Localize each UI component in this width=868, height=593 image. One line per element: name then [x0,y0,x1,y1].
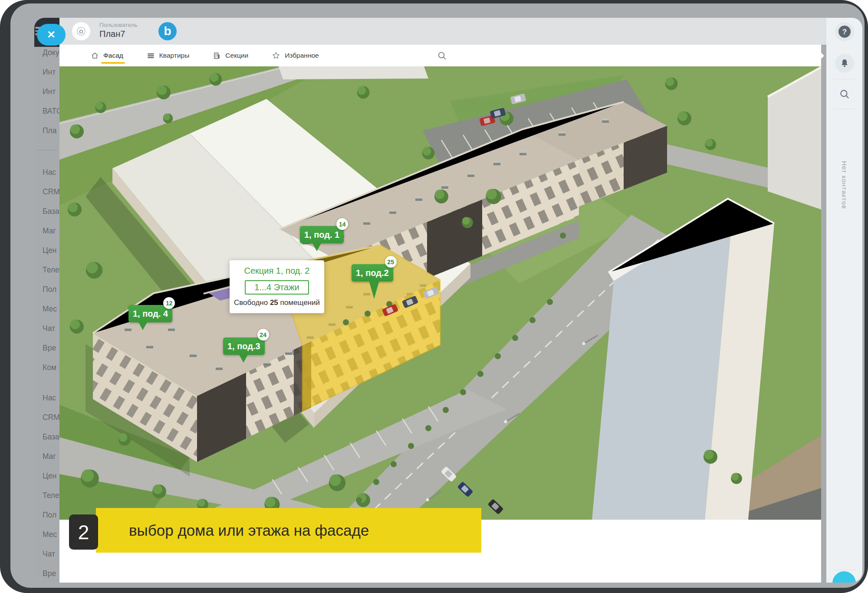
sidebar-item[interactable]: Пол [34,505,59,525]
pin-count-badge: 25 [385,256,397,268]
search-icon [437,51,447,61]
tab-fasad[interactable]: Фасад [91,45,123,66]
notifications-button[interactable] [835,54,854,73]
search-icon [839,88,850,100]
sidebar-item[interactable]: ВАТС [34,102,59,121]
list-icon [147,52,155,60]
step-number-badge: 2 [69,514,98,550]
sidebar-item[interactable]: Нас [34,163,59,182]
plan7-slider: Фасад Квартиры [59,45,821,583]
tab-label: Фасад [103,52,123,59]
sidebar-item[interactable]: Мес [34,299,59,319]
app-sidebar: ДокуИнтИнтВАТСПлаНасCRMБазаМагЦенТелеПол… [34,18,59,583]
close-slider-button[interactable]: ✕ [37,24,66,46]
tab-label: Секции [225,52,248,59]
entrance-pin-3[interactable]: 1, под.3 24 [223,337,265,355]
tab-izbrannoe[interactable]: Избранное [272,45,319,66]
app-screen: ДокуИнтИнтВАТСПлаНасCRMБазаМагЦенТелеПол… [34,18,862,583]
sidebar-item[interactable]: Инт [34,82,59,102]
sidebar-item[interactable]: Пла [34,121,59,141]
sidebar-item[interactable]: Чат [34,319,59,338]
sidebar-item[interactable]: Теле [34,486,59,505]
plan7-tabbar: Фасад Квартиры [59,45,821,66]
sidebar-item[interactable]: Вре [34,564,59,583]
section-tooltip: Секция 1, под. 2 1...4 Этажи Свободно 25… [230,260,324,313]
entrance-pin-4[interactable]: 1, под. 4 12 [128,305,172,322]
page-title: План7 [99,29,125,39]
sidebar-item[interactable]: Инт [34,62,59,82]
entrance-pin-2[interactable]: 1, под.2 25 [352,264,393,282]
sidebar-item[interactable]: Нас [34,388,59,408]
right-utility-panel: ? Нет контактов [826,18,862,583]
panel-divider [833,570,856,570]
tab-sekcii[interactable]: Секции [213,45,248,66]
sidebar-item[interactable]: Маг [34,221,59,241]
sidebar-item[interactable]: Вре [34,338,59,358]
tooltip-availability: Свободно 25 помещений [234,298,320,307]
sidebar-divider [37,150,57,151]
sidebar-item[interactable]: CRM [34,408,59,427]
sidebar-item[interactable]: Цен [34,466,59,486]
facade-3d-view[interactable]: Секция 1, под. 2 1...4 Этажи Свободно 25… [59,66,821,520]
map-search-button[interactable] [437,45,447,66]
sidebar-item[interactable]: База [34,202,59,221]
facade-icon [91,52,99,60]
sidebar-item[interactable]: Мес [34,525,59,544]
sidebar-item[interactable]: Маг [34,447,59,466]
close-icon: ✕ [47,29,56,41]
help-button[interactable]: ? [835,22,854,41]
slider-header: Пользователь План7 b [59,18,826,45]
chat-button[interactable] [832,571,856,583]
pin-count-badge: 14 [336,218,348,230]
caption-text: выбор дома или этажа на фасаде [129,522,369,539]
bell-icon [839,58,850,69]
app-sidebar-list: ДокуИнтИнтВАТСПлаНасCRMБазаМагЦенТелеПол… [34,18,59,583]
bitrix-logo-icon: b [158,22,177,40]
sidebar-item[interactable]: База [34,427,59,447]
sidebar-item[interactable]: Ком [34,358,59,377]
sidebar-item[interactable]: CRM [34,182,59,202]
sidebar-item[interactable]: Теле [34,260,59,280]
caption-banner: выбор дома или этажа на фасаде [96,508,481,553]
tab-kvartiry[interactable]: Квартиры [147,45,190,66]
svg-text:?: ? [842,28,846,36]
header-subtitle: Пользователь [99,22,138,28]
sidebar-item[interactable]: Пол [34,280,59,299]
tab-label: Избранное [285,52,319,59]
sidebar-spacer [34,377,59,388]
device-frame: ДокуИнтИнтВАТСПлаНасCRMБазаМагЦенТелеПол… [0,0,868,593]
sidebar-item[interactable]: Чат [34,544,59,564]
contacts-empty-state: Нет контактов [826,161,862,211]
home-button[interactable] [72,22,90,40]
sidebar-item[interactable]: Цен [34,241,59,260]
tooltip-floors-button[interactable]: 1...4 Этажи [245,280,309,295]
building-icon [213,52,221,60]
device-bezel: ДокуИнтИнтВАТСПлаНасCRMБазаМагЦенТелеПол… [10,3,865,588]
panel-divider [833,79,856,79]
help-icon: ? [838,25,851,38]
pin-count-badge: 12 [163,297,175,309]
aerial-render [59,66,821,520]
tab-label: Квартиры [159,52,190,59]
panel-search-button[interactable] [826,85,862,103]
entrance-pin-1[interactable]: 1, под. 1 14 [300,226,344,243]
panel-divider [833,109,856,109]
home-icon [76,26,86,36]
pin-count-badge: 24 [257,329,269,341]
star-icon [272,51,280,60]
tooltip-title: Секция 1, под. 2 [234,266,320,276]
